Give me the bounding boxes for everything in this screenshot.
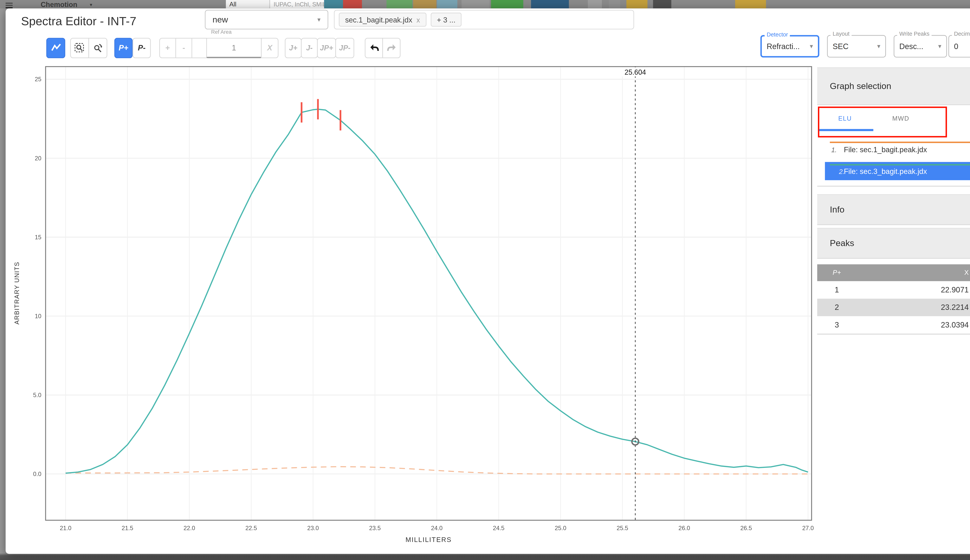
background-toolbar-button[interactable] <box>491 0 523 8</box>
write-peaks-select[interactable]: Write PeaksDesc...▾ <box>894 35 947 57</box>
chevron-down-icon: ▾ <box>317 16 321 23</box>
background-clear-button[interactable] <box>343 0 362 8</box>
svg-text:21.5: 21.5 <box>122 524 133 531</box>
background-header-bar: Chemotion ▾ All IUPAC, InChI, SMILES, RI… <box>0 0 970 8</box>
decimal-select-value: 0 <box>954 42 970 50</box>
file-label: File: sec.1_bagit.peak.jdx <box>844 145 927 153</box>
svg-text:23.0: 23.0 <box>307 524 319 531</box>
redo-icon <box>386 43 397 53</box>
background-toolbar-button[interactable] <box>609 0 620 8</box>
side-panel: Graph selection ELU MWD 1.File: sec.1_ba… <box>817 67 970 334</box>
peak-add-button[interactable]: P+ <box>114 37 132 58</box>
svg-text:10: 10 <box>35 312 41 319</box>
background-toolbar-button[interactable] <box>437 0 457 8</box>
peak-index: 2 <box>817 303 856 311</box>
svg-text:21.0: 21.0 <box>60 524 72 531</box>
spectrum-chart[interactable]: 25.60421.021.522.022.523.023.524.024.525… <box>13 57 816 548</box>
svg-text:25: 25 <box>35 76 41 82</box>
background-toolbar-button[interactable] <box>588 0 602 8</box>
decimal-select[interactable]: Decimal0▾ <box>948 35 970 57</box>
file-chip[interactable]: sec.1_bagit.peak.jdxx <box>339 12 426 26</box>
integration-remove-button[interactable]: - <box>175 37 192 58</box>
svg-text:24.5: 24.5 <box>493 524 504 531</box>
svg-text:24.0: 24.0 <box>431 524 443 531</box>
peak-remove-button[interactable]: P- <box>132 37 151 58</box>
file-list: 1.File: sec.1_bagit.peak.jdx2.File: sec.… <box>817 140 970 180</box>
jp-add-button[interactable]: JP+ <box>317 37 336 58</box>
jp-remove-button[interactable]: JP- <box>335 37 354 58</box>
background-toolbar-button[interactable] <box>653 0 671 8</box>
background-toolbar-button[interactable] <box>413 0 436 8</box>
integration-clear-button[interactable]: X <box>261 37 279 58</box>
chevron-down-icon: ▾ <box>877 42 880 50</box>
background-search-input[interactable]: IUPAC, InChI, SMILES, RIn <box>270 0 331 8</box>
svg-text:25.5: 25.5 <box>616 524 628 531</box>
info-header[interactable]: Info <box>817 194 970 225</box>
j-add-button[interactable]: J+ <box>285 37 302 58</box>
zigzag-line-icon <box>50 42 62 53</box>
svg-text:26.5: 26.5 <box>740 524 752 531</box>
zoom-reset-button[interactable] <box>88 37 107 58</box>
svg-text:23.5: 23.5 <box>369 524 381 531</box>
svg-text:5.0: 5.0 <box>33 391 42 398</box>
svg-text:27.0: 27.0 <box>802 524 814 531</box>
peak-x-value: 23.0394 <box>856 320 969 329</box>
ref-area-input[interactable] <box>206 37 262 58</box>
background-toolbar-button[interactable] <box>386 0 412 8</box>
zoom-select-button[interactable] <box>70 37 89 58</box>
peaks-header[interactable]: Peaks <box>817 227 970 258</box>
background-toolbar-button[interactable] <box>531 0 569 8</box>
file-chips-field[interactable]: sec.1_bagit.peak.jdxx+ 3 ... <box>334 10 634 29</box>
svg-text:22.5: 22.5 <box>245 524 257 531</box>
preset-select[interactable]: new ▾ <box>205 10 328 29</box>
background-brand[interactable]: Chemotion <box>41 0 77 8</box>
undo-button[interactable] <box>365 37 383 58</box>
detector-select[interactable]: DetectorRefracti...▾ <box>760 35 820 57</box>
column-header-index: P+ <box>817 268 856 276</box>
background-toolbar-button[interactable] <box>735 0 766 8</box>
chevron-down-icon: ▾ <box>938 42 941 50</box>
file-chip[interactable]: + 3 ... <box>431 12 462 26</box>
menu-icon[interactable] <box>6 2 13 8</box>
chevron-down-icon: ▾ <box>810 42 813 50</box>
decimal-select-label: Decimal <box>952 30 970 37</box>
peak-x-value: 22.9071 <box>856 285 969 294</box>
screen: Chemotion ▾ All IUPAC, InChI, SMILES, RI… <box>0 0 970 560</box>
file-label: File: sec.3_bagit.peak.jdx <box>844 167 927 175</box>
integration-add-button[interactable]: + <box>159 37 176 58</box>
layout-select-value: SEC <box>833 42 877 50</box>
page-title: Spectra Editor - INT-7 <box>21 14 136 28</box>
peak-index: 1 <box>817 285 856 294</box>
svg-text:0.0: 0.0 <box>33 470 42 477</box>
series-color-line <box>830 164 970 165</box>
line-spectrum-button[interactable] <box>47 37 65 58</box>
ref-area-label: Ref Area <box>211 28 232 35</box>
spectra-editor-modal: Spectra Editor - INT-7 new ▾ sec.1_bagit… <box>6 8 970 553</box>
detector-select-label: Detector <box>765 31 790 38</box>
peaks-table: P+ X Y - 122.90712.29e+1✕223.22142.24e+1… <box>817 264 970 334</box>
background-toolbar-button[interactable] <box>461 0 490 8</box>
j-remove-button[interactable]: J- <box>301 37 318 58</box>
file-list-item[interactable]: 1.File: sec.1_bagit.peak.jdx <box>817 140 970 159</box>
detector-select-value: Refracti... <box>767 42 810 50</box>
svg-text:15: 15 <box>35 233 41 240</box>
file-list-item[interactable]: 2.File: sec.3_bagit.peak.jdx <box>825 162 970 180</box>
series-color-line <box>830 142 970 143</box>
info-title: Info <box>830 204 844 214</box>
background-toolbar-button[interactable] <box>626 0 648 8</box>
chevron-down-icon: ▾ <box>90 0 92 8</box>
remove-chip-icon[interactable]: x <box>417 16 420 23</box>
svg-text:25.604: 25.604 <box>624 68 646 76</box>
background-footer-bar <box>0 553 970 560</box>
peak-row: 223.22142.24e+1✕ <box>817 298 970 316</box>
background-search-scope[interactable]: All <box>226 0 270 8</box>
graph-selection-header[interactable]: Graph selection <box>817 67 970 105</box>
redo-button[interactable] <box>382 37 401 58</box>
layout-select[interactable]: LayoutSEC▾ <box>827 35 886 57</box>
peaks-table-header: P+ X Y - <box>817 264 970 281</box>
svg-text:MILLILITERS: MILLILITERS <box>406 535 452 543</box>
background-search-button[interactable] <box>324 0 343 8</box>
write-peaks-select-value: Desc... <box>899 42 938 50</box>
graph-selection-tabs: ELU MWD <box>817 105 970 140</box>
column-header-x: X <box>856 268 969 276</box>
